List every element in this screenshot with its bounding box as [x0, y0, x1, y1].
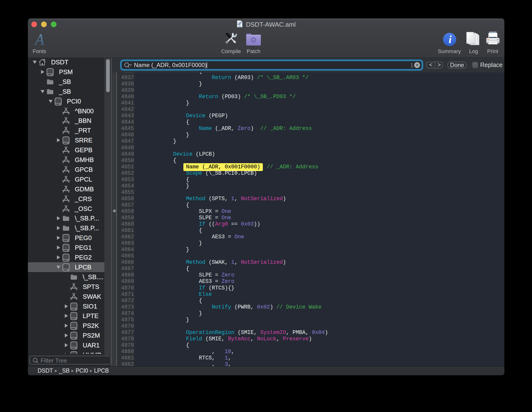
svg-text:i: i — [449, 34, 452, 46]
svg-text:AML: AML — [238, 25, 242, 27]
svg-text:A: A — [34, 33, 44, 46]
